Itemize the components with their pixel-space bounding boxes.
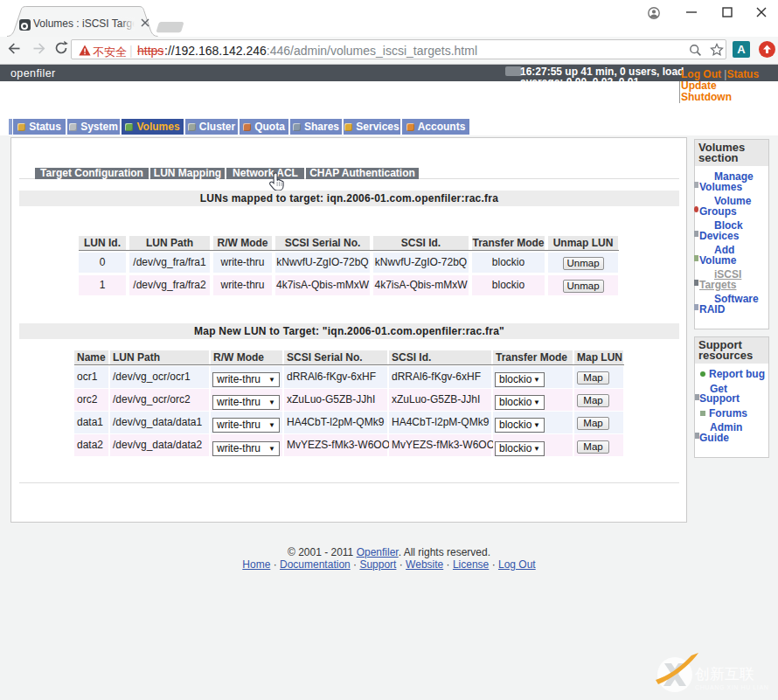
svg-text:创新互联: 创新互联 — [694, 666, 754, 683]
svg-text:CHUANG XIN HU LIAN: CHUANG XIN HU LIAN — [695, 684, 768, 690]
